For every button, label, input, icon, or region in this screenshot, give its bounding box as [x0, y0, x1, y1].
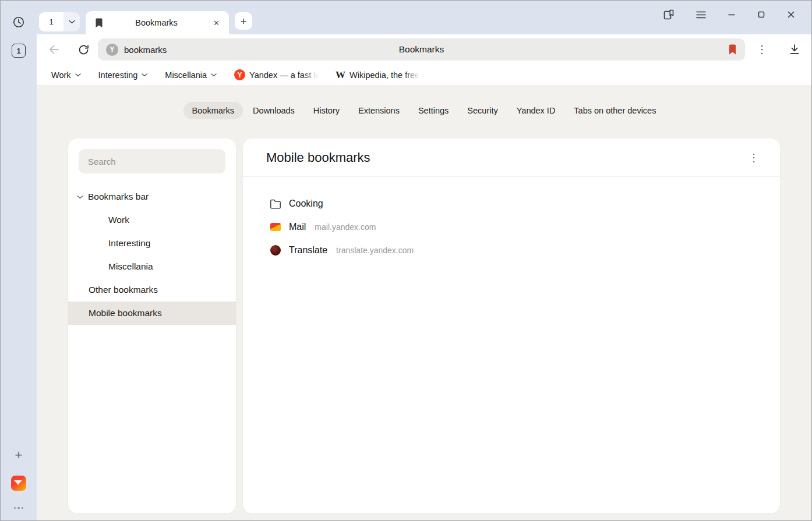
- workspace-badge-button[interactable]: 1: [12, 44, 26, 58]
- tab-security[interactable]: Security: [458, 102, 506, 119]
- chevron-down-icon: [75, 73, 81, 77]
- search-wrap: [68, 149, 236, 173]
- bookmark-tab-icon: [95, 18, 103, 28]
- tree-item-other-bookmarks[interactable]: Other bookmarks: [68, 278, 236, 302]
- maximize-icon: [757, 10, 765, 19]
- bookmarks-content: Mobile bookmarks ⋮ Cooking Mail: [243, 139, 780, 513]
- yandex-favicon: Y: [234, 69, 245, 80]
- tree-item-label: Bookmarks bar: [88, 192, 149, 202]
- tab-other-devices[interactable]: Tabs on other devices: [565, 102, 665, 119]
- bookmarks-bar-folder-interesting[interactable]: Interesting: [98, 70, 148, 80]
- folder-label: Miscellania: [165, 70, 207, 80]
- tree-item-work[interactable]: Work: [68, 208, 236, 232]
- kebab-icon: ⋮: [749, 152, 759, 164]
- wikipedia-favicon: W: [336, 69, 345, 81]
- main-column: 1 Bookmarks ✕ +: [37, 1, 811, 520]
- reload-button[interactable]: [77, 44, 90, 56]
- bookmark-list: Cooking Mail mail.yandex.com Translate t…: [243, 177, 780, 262]
- tree-item-label: Other bookmarks: [89, 285, 158, 295]
- yandex-mail-app-icon[interactable]: [11, 476, 26, 491]
- folders-sidebar: Bookmarks bar Work Interesting Miscellan…: [68, 139, 236, 513]
- close-icon: [787, 10, 795, 19]
- bookmark-page-button[interactable]: [728, 44, 737, 55]
- item-url: translate.yandex.com: [336, 246, 414, 255]
- tree-item-interesting[interactable]: Interesting: [68, 232, 236, 255]
- clock-icon: [12, 16, 25, 29]
- bookmarks-bar-folder-miscellania[interactable]: Miscellania: [165, 70, 217, 80]
- downloads-button[interactable]: [788, 43, 801, 56]
- content-menu-button[interactable]: ⋮: [746, 151, 761, 164]
- search-input[interactable]: [79, 149, 225, 173]
- maximize-button[interactable]: [757, 10, 765, 19]
- item-url: mail.yandex.com: [315, 222, 376, 232]
- back-button[interactable]: [47, 42, 61, 56]
- tab-title: Bookmarks: [109, 18, 204, 27]
- tree-item-bookmarks-bar[interactable]: Bookmarks bar: [68, 185, 236, 208]
- tab-history[interactable]: History: [305, 102, 348, 119]
- plus-icon: +: [240, 16, 246, 27]
- folder-label: Interesting: [98, 70, 138, 80]
- collections-icon: [663, 9, 675, 20]
- tab-yandex-id[interactable]: Yandex ID: [508, 102, 564, 119]
- tree-item-mobile-bookmarks[interactable]: Mobile bookmarks: [68, 302, 236, 325]
- plus-icon: +: [15, 448, 23, 462]
- rail-add-button[interactable]: +: [15, 449, 23, 462]
- chevron-down-icon: [69, 20, 75, 24]
- list-item-cooking[interactable]: Cooking: [270, 192, 780, 215]
- window-close-button[interactable]: [787, 10, 795, 19]
- tab-extensions[interactable]: Extensions: [349, 102, 408, 119]
- chevron-down-icon: [77, 195, 83, 199]
- list-item-translate[interactable]: Translate translate.yandex.com: [270, 239, 780, 262]
- address-menu-button[interactable]: ⋮: [754, 43, 769, 56]
- reload-icon: [77, 44, 90, 56]
- rail-more-button[interactable]: [12, 505, 26, 512]
- tab-count-button[interactable]: 1: [39, 12, 63, 31]
- chevron-down-icon: [142, 73, 147, 77]
- folder-label: Work: [51, 70, 71, 80]
- manager-nav-tabs: Bookmarks Downloads History Extensions S…: [37, 102, 811, 119]
- minimize-icon: [728, 10, 736, 19]
- tab-list-dropdown-button[interactable]: [63, 12, 80, 31]
- history-clock-button[interactable]: [12, 16, 25, 29]
- tree-item-label: Mobile bookmarks: [89, 308, 162, 318]
- chevron-down-icon: [211, 73, 217, 77]
- browser-toolbar: Y bookmarks Bookmarks ⋮: [37, 34, 811, 65]
- browser-window: 1 + 1 Bookmarks ✕: [0, 0, 812, 521]
- address-bar[interactable]: Y bookmarks Bookmarks: [98, 38, 745, 61]
- item-name: Mail: [289, 222, 306, 232]
- bookmarks-manager-page: Bookmarks Downloads History Extensions S…: [37, 85, 811, 521]
- tab-close-button[interactable]: ✕: [210, 17, 223, 29]
- list-item-mail[interactable]: Mail mail.yandex.com: [270, 215, 780, 239]
- menu-icon: [696, 11, 706, 19]
- rail-top-group: 1: [12, 16, 26, 58]
- folder-tree: Bookmarks bar Work Interesting Miscellan…: [68, 185, 236, 325]
- collections-panel-button[interactable]: [663, 9, 675, 20]
- mail-favicon: [270, 223, 281, 231]
- bookmarks-bar-link-yandex[interactable]: Y Yandex — a fast In: [234, 69, 318, 80]
- tree-item-label: Interesting: [108, 238, 150, 249]
- browser-menu-button[interactable]: [696, 11, 706, 19]
- item-name: Cooking: [289, 199, 323, 209]
- bookmarks-bar-link-wikipedia[interactable]: W Wikipedia, the free: [336, 69, 419, 81]
- tab-bookmarks[interactable]: Bookmarks: [183, 102, 243, 119]
- translate-favicon: [270, 245, 281, 256]
- bookmark-flag-icon: [728, 44, 737, 55]
- tab-strip: 1 Bookmarks ✕ +: [37, 1, 811, 34]
- tab-downloads[interactable]: Downloads: [244, 102, 303, 119]
- bookmarks-bar: Work Interesting Miscellania Y Yandex — …: [37, 65, 811, 85]
- tab-settings[interactable]: Settings: [409, 102, 457, 119]
- kebab-icon: ⋮: [757, 44, 767, 55]
- new-tab-button[interactable]: +: [235, 12, 252, 30]
- tree-item-miscellania[interactable]: Miscellania: [68, 255, 236, 278]
- page-title: Mobile bookmarks: [266, 150, 370, 165]
- content-header: Mobile bookmarks ⋮: [243, 139, 780, 177]
- bookmarks-bar-folder-work[interactable]: Work: [51, 70, 81, 80]
- address-text: bookmarks: [124, 45, 167, 55]
- panels: Bookmarks bar Work Interesting Miscellan…: [68, 139, 780, 513]
- ellipsis-icon: [14, 507, 16, 509]
- link-label: Wikipedia, the free: [349, 70, 419, 80]
- link-label: Yandex — a fast In: [249, 70, 318, 80]
- browser-tab-bookmarks[interactable]: Bookmarks ✕: [86, 11, 229, 34]
- download-icon: [788, 43, 801, 56]
- minimize-button[interactable]: [728, 10, 736, 19]
